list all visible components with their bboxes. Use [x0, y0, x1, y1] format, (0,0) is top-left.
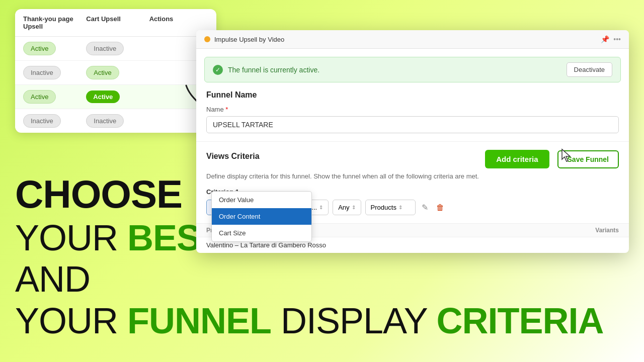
bg-line2-end: AND — [15, 259, 90, 299]
row3-col2: Active — [86, 90, 145, 103]
criterion-products-select[interactable]: Products ⇕ — [365, 200, 416, 215]
col-header-2: Cart Upsell — [86, 15, 145, 30]
row4-col2: Inactive — [86, 114, 145, 128]
criteria-description: Define display criteria for this funnel.… — [206, 172, 619, 180]
badge-active: Active — [23, 42, 56, 55]
badge-inactive: Inactive — [86, 42, 124, 55]
products-arrow-icon: ⇕ — [398, 205, 403, 210]
table-header: Thank-you page Upsell Cart Upsell Action… — [15, 9, 216, 37]
col-header-3: Actions — [149, 15, 208, 30]
modal-titlebar-icons: 📌 ••• — [601, 35, 621, 43]
row3-col1: Active — [23, 90, 82, 104]
badge-active: Active — [86, 66, 119, 79]
add-criteria-button[interactable]: Add criteria — [485, 150, 549, 168]
criterion-any-select[interactable]: Any ⇕ — [333, 200, 361, 215]
bg-line3-normal: YOUR — [15, 301, 127, 341]
bg-line-3: YOUR FUNNEL DISPLAY CRITERIA — [15, 300, 629, 342]
modal-title-text: Impulse Upsell by Video — [214, 36, 284, 43]
delete-criterion-button[interactable]: 🗑 — [434, 201, 446, 214]
badge-inactive: Inactive — [86, 114, 124, 128]
does-arrow-icon: ⇕ — [319, 205, 323, 210]
funnel-name-section: Funnel Name Name * — [196, 82, 629, 142]
row2-col1: Inactive — [23, 66, 82, 79]
pin-icon[interactable]: 📌 — [601, 35, 609, 43]
variants-col-header: Variants — [595, 227, 619, 234]
edit-criterion-button[interactable]: ✎ — [420, 201, 430, 214]
criteria-buttons: Add criteria Save Funnel — [485, 150, 619, 168]
table-row: Active Inactive ✎ — [15, 37, 216, 61]
dropdown-item-order-value[interactable]: Order Value — [212, 192, 311, 208]
row2-col2: Active — [86, 66, 145, 79]
bg-line3-bold: FUNNEL — [127, 301, 271, 341]
active-banner-left: ✓ The funnel is currently active. — [213, 65, 319, 75]
modal-titlebar: Impulse Upsell by Video 📌 ••• — [196, 30, 629, 49]
bg-line3-bold2: CRITERIA — [437, 301, 604, 341]
name-label: Name * — [206, 106, 619, 113]
badge-active: Active — [23, 90, 56, 104]
col-header-1: Thank-you page Upsell — [23, 15, 82, 30]
bg-line2-normal: YOUR — [15, 218, 127, 258]
row4-col1: Inactive — [23, 114, 82, 128]
more-icon[interactable]: ••• — [613, 35, 621, 43]
criteria-header: Views Criteria Add criteria Save Funnel — [206, 150, 619, 168]
table-row: Inactive Active ✎ — [15, 61, 216, 85]
dropdown-item-order-content[interactable]: Order Content — [212, 208, 311, 225]
active-banner-text: The funnel is currently active. — [228, 66, 319, 74]
modal-status-dot — [204, 36, 210, 42]
bg-line3-middle: DISPLAY — [271, 301, 437, 341]
badge-inactive: Inactive — [23, 66, 61, 79]
active-banner: ✓ The funnel is currently active. Deacti… — [204, 57, 621, 82]
check-circle-icon: ✓ — [213, 65, 223, 75]
save-funnel-button[interactable]: Save Funnel — [557, 150, 619, 168]
table-row: Active Active ✎ — [15, 85, 216, 109]
badge-inactive: Inactive — [23, 114, 61, 128]
views-criteria-title: Views Criteria — [206, 152, 260, 161]
criterion-products-value: Products — [371, 204, 396, 211]
funnel-name-title: Funnel Name — [206, 90, 619, 100]
table-row: Inactive Inactive ✎ — [15, 109, 216, 133]
table-card: Thank-you page Upsell Cart Upsell Action… — [15, 9, 216, 133]
modal-title-left: Impulse Upsell by Video — [204, 36, 284, 43]
funnel-name-input[interactable] — [206, 116, 619, 133]
deactivate-button[interactable]: Deactivate — [567, 62, 612, 77]
criterion-any-value: Any — [338, 204, 349, 211]
criterion-dropdown-popup: Order Value Order Content Cart Size — [211, 191, 312, 242]
product-name: Valentino – La Tartare di Gambero Rosso — [206, 241, 326, 249]
row1-col1: Active — [23, 42, 82, 55]
badge-active-dark: Active — [86, 90, 120, 103]
dropdown-item-cart-size[interactable]: Cart Size — [212, 225, 311, 241]
any-arrow-icon: ⇕ — [352, 205, 356, 210]
row1-col2: Inactive — [86, 42, 145, 55]
